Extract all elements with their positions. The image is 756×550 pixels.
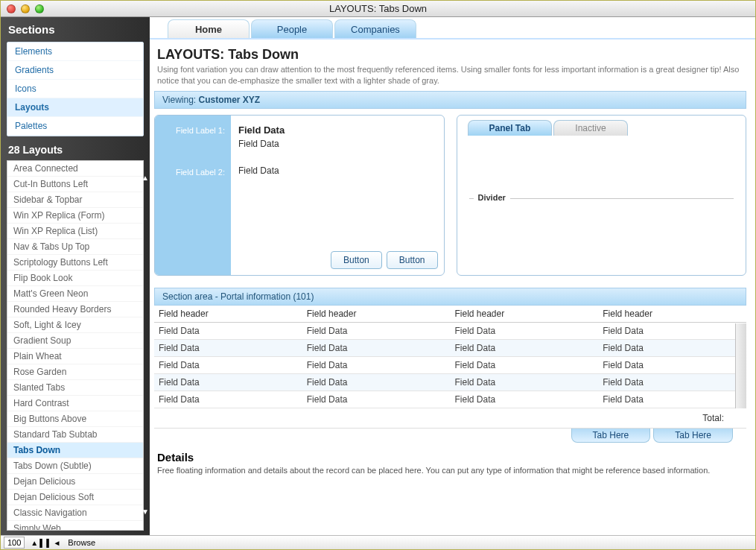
table-cell: Field Data [598, 373, 746, 391]
minimize-icon[interactable] [21, 4, 30, 13]
layouts-list: Area ConnectedCut-In Buttons LeftSidebar… [7, 160, 144, 531]
layout-item[interactable]: Tabs Down (Subtle) [7, 458, 143, 474]
statusbar: 100 ▲▌▌◄ Browse [1, 535, 755, 549]
table-cell: Field Data [302, 339, 451, 356]
sections-panel: Elements Gradients Icons Layouts Palette… [7, 42, 144, 136]
viewing-bar: Viewing: Customer XYZ [154, 91, 746, 109]
table-cell: Field Data [451, 339, 599, 356]
section-icons[interactable]: Icons [7, 80, 143, 98]
portal-table: Field header Field header Field header F… [154, 306, 746, 408]
details-title: Details [154, 445, 746, 464]
layout-item[interactable]: Scriptology Buttons Left [7, 255, 143, 271]
form-button-2[interactable]: Button [387, 251, 438, 269]
table-row[interactable]: Field DataField DataField DataField Data [154, 339, 746, 356]
bottom-tab-1[interactable]: Tab Here [571, 429, 651, 443]
tab-companies[interactable]: Companies [334, 19, 416, 38]
viewing-label: Viewing: [162, 95, 196, 105]
section-elements[interactable]: Elements [7, 42, 143, 61]
tab-people[interactable]: People [251, 19, 333, 38]
table-cell: Field Data [302, 356, 451, 373]
table-cell: Field Data [598, 391, 746, 408]
field-label-2: Field Label 2: [161, 168, 225, 177]
layout-item[interactable]: Rose Garden [7, 364, 143, 380]
field-data-2: Field Data [238, 165, 436, 176]
layout-item[interactable]: Dejan Delicious [7, 474, 143, 490]
col-header-4: Field header [598, 306, 746, 323]
page-description: Using font variation you can draw attent… [154, 64, 746, 91]
table-cell: Field Data [302, 391, 451, 408]
layout-item[interactable]: Soft, Light & Icey [7, 317, 143, 333]
field-data-1b: Field Data [238, 139, 436, 149]
table-cell: Field Data [154, 339, 302, 356]
layout-item[interactable]: Plain Wheat [7, 349, 143, 364]
field-label-1: Field Label 1: [161, 126, 225, 135]
divider-label: Divider [474, 193, 510, 202]
layout-item[interactable]: Standard Tab Subtab [7, 427, 143, 443]
table-row[interactable]: Field DataField DataField DataField Data [154, 356, 746, 373]
layout-item[interactable]: Hard Contrast [7, 396, 143, 411]
window-title: LAYOUTS: Tabs Down [1, 3, 755, 14]
table-row[interactable]: Field DataField DataField DataField Data [154, 373, 746, 391]
layouts-count: 28 Layouts [1, 136, 150, 160]
layout-item[interactable]: Rounded Heavy Borders [7, 302, 143, 317]
table-row[interactable]: Field DataField DataField DataField Data [154, 322, 746, 339]
layout-item[interactable]: Sidebar & Topbar [7, 192, 143, 208]
layout-item[interactable]: Gradient Soup [7, 333, 143, 349]
form-button-1[interactable]: Button [331, 251, 382, 269]
sidebar: Sections Elements Gradients Icons Layout… [1, 17, 150, 535]
layout-item[interactable]: Slanted Tabs [7, 380, 143, 396]
sections-heading: Sections [1, 17, 150, 42]
col-header-2: Field header [302, 306, 451, 323]
layout-item[interactable]: Matt's Green Neon [7, 286, 143, 302]
table-cell: Field Data [451, 322, 599, 339]
table-cell: Field Data [451, 356, 599, 373]
bottom-tab-2[interactable]: Tab Here [653, 429, 733, 443]
scroll-down-icon[interactable]: ▼ [141, 508, 150, 516]
zoom-value[interactable]: 100 [4, 537, 25, 549]
close-icon[interactable] [7, 4, 16, 13]
page-title: LAYOUTS: Tabs Down [154, 42, 746, 64]
viewing-value: Customer XYZ [198, 95, 260, 105]
section-palettes[interactable]: Palettes [7, 117, 143, 136]
layout-item[interactable]: Simply Web [7, 521, 143, 531]
table-cell: Field Data [302, 322, 451, 339]
table-cell: Field Data [598, 339, 746, 356]
layout-item[interactable]: Area Connected [7, 161, 143, 177]
layout-item[interactable]: Classic Navigation [7, 505, 143, 521]
scroll-up-icon[interactable]: ▲ [141, 174, 150, 182]
panel-tab-inactive[interactable]: Inactive [553, 120, 627, 136]
top-tabs: Home People Companies [150, 17, 755, 39]
panel-card: Panel Tab Inactive Divider [457, 115, 747, 276]
table-scrollbar[interactable] [735, 323, 746, 408]
col-header-1: Field header [154, 306, 302, 323]
titlebar: LAYOUTS: Tabs Down [1, 1, 755, 17]
panel-tab-active[interactable]: Panel Tab [468, 120, 553, 136]
form-card: Field Label 1: Field Label 2: Field Data… [154, 115, 445, 276]
tab-home[interactable]: Home [168, 19, 250, 38]
table-cell: Field Data [154, 322, 302, 339]
table-cell: Field Data [598, 322, 746, 339]
details-text: Free floating information and details ab… [154, 464, 746, 491]
mode-label: Browse [68, 538, 95, 547]
section-bar: Section area - Portal information (101) [154, 288, 746, 306]
layout-item[interactable]: Tabs Down [7, 443, 143, 458]
table-cell: Field Data [154, 391, 302, 408]
field-data-1-bold: Field Data [238, 124, 436, 136]
layout-item[interactable]: Win XP Replica (Form) [7, 208, 143, 224]
zoom-icon[interactable] [35, 4, 44, 13]
layout-item[interactable]: Flip Book Look [7, 271, 143, 286]
table-cell: Field Data [302, 373, 451, 391]
divider: Divider [469, 198, 734, 199]
table-row[interactable]: Field DataField DataField DataField Data [154, 391, 746, 408]
layout-item[interactable]: Dejan Delicious Soft [7, 490, 143, 505]
table-cell: Field Data [451, 391, 599, 408]
table-cell: Field Data [451, 373, 599, 391]
layout-item[interactable]: Nav & Tabs Up Top [7, 239, 143, 255]
section-layouts[interactable]: Layouts [7, 98, 143, 117]
section-gradients[interactable]: Gradients [7, 61, 143, 80]
layout-item[interactable]: Cut-In Buttons Left [7, 177, 143, 192]
status-icons[interactable]: ▲▌▌◄ [31, 539, 62, 547]
total-row: Total: [154, 408, 746, 429]
layout-item[interactable]: Big Buttons Above [7, 411, 143, 427]
layout-item[interactable]: Win XP Replica (List) [7, 224, 143, 239]
